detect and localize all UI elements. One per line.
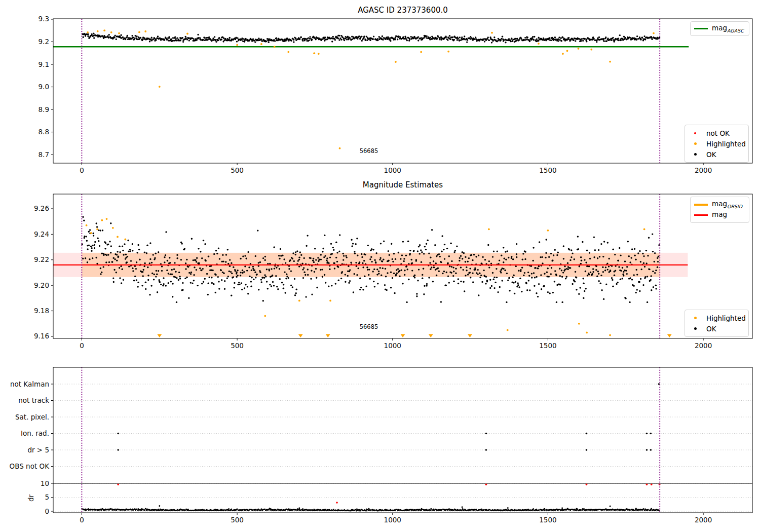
panel1-legend-mag-agasc: magAGASC [690, 21, 749, 36]
svg-text:1000: 1000 [384, 166, 401, 174]
svg-text:Ion. rad.: Ion. rad. [21, 429, 49, 437]
svg-text:1000: 1000 [384, 341, 401, 350]
svg-text:9.18: 9.18 [34, 307, 49, 315]
svg-text:2000: 2000 [695, 516, 712, 524]
svg-text:10: 10 [41, 479, 49, 487]
svg-text:0: 0 [45, 507, 49, 515]
panel2-legend-lines: magOBSID mag [690, 197, 749, 223]
panel1-title: AGASC ID 237373600.0 [53, 6, 752, 15]
svg-text:9.20: 9.20 [34, 281, 49, 289]
legend-row-mag-obsid: magOBSID [693, 199, 746, 210]
legend-row-highlighted: Highlighted [688, 313, 746, 323]
svg-text:0: 0 [80, 341, 84, 350]
panel1-ok-points-layer [82, 33, 660, 44]
svg-text:not Kalman: not Kalman [10, 380, 49, 388]
orange-dot-swatch [688, 142, 703, 145]
panel3-frame [53, 367, 752, 513]
black-dot-swatch [688, 327, 703, 330]
svg-text:9.3: 9.3 [39, 15, 49, 23]
green-line-swatch [693, 28, 708, 29]
low-clip-triangle [401, 334, 405, 338]
red-line-swatch [693, 214, 708, 216]
legend-row-mag-agasc: magAGASC [693, 23, 746, 34]
panel2-obsid-label: 56685 [346, 323, 392, 330]
svg-text:500: 500 [231, 516, 244, 524]
panel3-obsid-vlines [82, 367, 660, 513]
svg-text:dr > 5: dr > 5 [27, 446, 49, 454]
legend-row-mag: mag [693, 210, 746, 220]
svg-text:0: 0 [80, 516, 84, 524]
svg-text:9.22: 9.22 [34, 255, 49, 263]
low-clip-triangle [667, 334, 672, 338]
svg-text:9.2: 9.2 [39, 37, 49, 46]
svg-text:OBS not OK: OBS not OK [10, 462, 50, 470]
svg-text:1000: 1000 [384, 516, 401, 524]
svg-text:5: 5 [45, 493, 49, 501]
svg-text:9.24: 9.24 [34, 230, 49, 238]
svg-text:2000: 2000 [695, 341, 712, 350]
svg-text:8.8: 8.8 [39, 128, 49, 136]
svg-text:1500: 1500 [539, 166, 556, 174]
svg-text:not track: not track [18, 396, 49, 404]
panel3-dr-ylabel: dr [27, 494, 35, 502]
svg-text:0: 0 [80, 166, 84, 174]
panel3-dr-points-layer [81, 505, 660, 512]
low-clip-triangle [429, 334, 433, 338]
svg-text:500: 500 [231, 166, 244, 174]
low-clip-triangle [468, 334, 472, 338]
legend-row-highlighted: Highlighted [688, 138, 746, 149]
chart-canvas: 05001000150020008.78.88.99.09.19.29.3050… [0, 0, 760, 532]
panel1-x-axis: 0500100015002000 [80, 163, 712, 174]
legend-row-ok: OK [688, 149, 746, 160]
legend-label-mag-agasc: magAGASC [712, 24, 744, 33]
svg-text:Sat. pixel.: Sat. pixel. [15, 413, 49, 421]
red-dot-swatch [688, 132, 703, 134]
svg-text:8.7: 8.7 [39, 150, 49, 159]
legend-label-mag: mag [712, 210, 727, 220]
legend-row-not-ok: not OK [688, 128, 746, 138]
orange-line-swatch [693, 204, 708, 206]
orange-dot-swatch [688, 317, 703, 319]
mag-stats-figure: 05001000150020008.78.88.99.09.19.29.3050… [0, 0, 760, 532]
panel3-x-axis: 0500100015002000 [80, 513, 712, 524]
low-clip-triangle [157, 334, 162, 338]
black-dot-swatch [688, 153, 703, 156]
svg-text:8.9: 8.9 [39, 105, 49, 113]
legend-label-mag-obsid: magOBSID [712, 200, 742, 209]
svg-text:500: 500 [231, 341, 244, 350]
panel1-highlighted-points-layer [87, 29, 655, 149]
panel2-y-axis: 9.169.189.209.229.249.26 [34, 204, 53, 340]
panel1-obsid-label: 56685 [346, 147, 392, 155]
panel2-highlighted-points-layer [86, 218, 672, 337]
svg-text:1500: 1500 [539, 516, 556, 524]
panel3-gridlines [53, 384, 752, 511]
panel2-x-axis: 0500100015002000 [80, 338, 712, 350]
panel2-legend-markers: Highlighted OK [685, 310, 749, 337]
low-clip-triangle [298, 334, 303, 338]
legend-row-ok: OK [688, 323, 746, 334]
svg-text:9.16: 9.16 [34, 332, 49, 340]
svg-text:9.26: 9.26 [34, 204, 49, 212]
panel1-legend-markers: not OK Highlighted OK [685, 125, 749, 163]
panel3-not-ok-points-layer [117, 483, 660, 503]
panel3-y-axis: not Kalmannot trackSat. pixel.Ion. rad.d… [10, 380, 53, 515]
panel1-y-axis: 8.78.88.99.09.19.29.3 [39, 15, 53, 158]
panel2-title: Magnitude Estimates [53, 180, 752, 189]
svg-text:9.0: 9.0 [39, 83, 49, 91]
panel1-frame [53, 19, 752, 163]
svg-text:1500: 1500 [539, 341, 556, 350]
low-clip-triangle [326, 334, 330, 338]
svg-text:9.1: 9.1 [39, 60, 49, 68]
svg-text:2000: 2000 [695, 166, 712, 174]
